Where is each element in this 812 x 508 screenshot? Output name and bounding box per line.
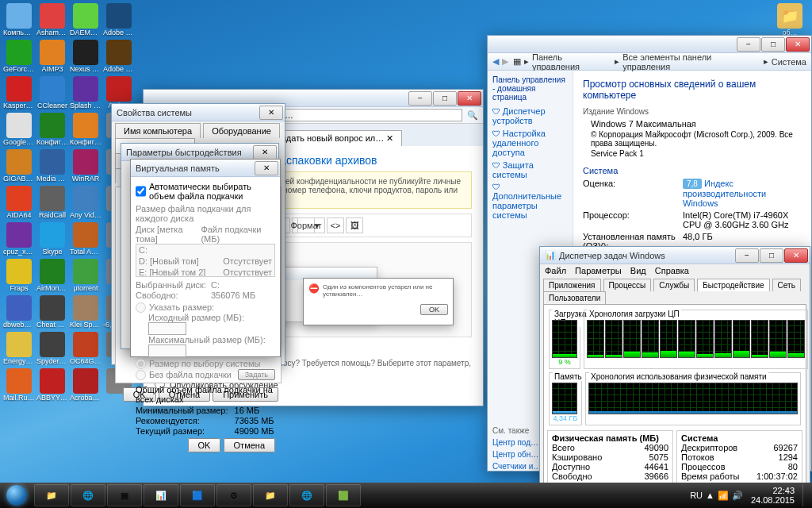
image-icon[interactable]: 🖼 bbox=[346, 217, 363, 233]
maximize-button[interactable]: □ bbox=[433, 91, 457, 106]
taskbar-app[interactable]: 📊 bbox=[144, 484, 178, 506]
desktop-icon[interactable]: AIDA64 bbox=[3, 186, 35, 219]
ok-button[interactable]: OK bbox=[188, 438, 221, 452]
taskbar: 📁 🌐 ▦ 📊 🟦 ⚙ 📁 🌐 🟩 RU ▲ 📶 🔊 22:4324.08.20… bbox=[0, 483, 812, 508]
html-icon[interactable]: <> bbox=[327, 217, 344, 233]
desktop-icon[interactable]: Spyder4 5pr 4.5.4 bbox=[36, 332, 68, 365]
close-button[interactable]: ✕ bbox=[784, 248, 808, 263]
desktop-icon[interactable]: Fraps bbox=[3, 259, 35, 292]
tab-svc[interactable]: Службы bbox=[653, 279, 695, 291]
side-devmgr[interactable]: 🛡 Диспетчер устройств bbox=[492, 106, 568, 125]
desktop-icon[interactable]: Конфигур… Razer Mam… bbox=[36, 113, 68, 146]
tab-users[interactable]: Пользователи bbox=[543, 291, 606, 304]
tray-lang-icon[interactable]: RU bbox=[690, 491, 703, 500]
desktop-icon[interactable]: Компьютер bbox=[3, 3, 35, 37]
tab-perf[interactable]: Быстродействие bbox=[697, 279, 769, 291]
maximize-button[interactable]: □ bbox=[761, 37, 785, 52]
tray-arrow-icon[interactable]: ▲ bbox=[706, 491, 714, 500]
desktop-icon[interactable]: Media Player Classic (x64) bbox=[36, 149, 68, 183]
desktop-icon[interactable]: cpuz_x64_ru bbox=[3, 222, 35, 256]
desktop-icon[interactable]: GeForce Experience bbox=[3, 40, 35, 73]
desktop-icon[interactable]: Mail.Ru Агент bbox=[3, 368, 35, 402]
side-protect[interactable]: 🛡 Защита системы bbox=[492, 160, 568, 179]
taskbar-app[interactable]: ⚙ bbox=[216, 484, 251, 506]
tab-net[interactable]: Сеть bbox=[772, 279, 801, 291]
taskbar-explorer[interactable]: 📁 bbox=[34, 484, 69, 506]
desktop-icon[interactable]: Ashampoo Burning… bbox=[36, 3, 68, 37]
taskbar-app[interactable]: 📁 bbox=[253, 484, 288, 506]
tray-net-icon[interactable]: 📶 bbox=[718, 491, 729, 501]
tab-hardware[interactable]: Оборудование bbox=[203, 123, 280, 138]
desktop-icon[interactable]: ABBYY FineRead… bbox=[36, 368, 68, 402]
minimize-button[interactable]: − bbox=[408, 91, 432, 106]
close-button[interactable]: ✕ bbox=[786, 37, 810, 52]
desktop-icon[interactable]: WinRAR bbox=[70, 149, 102, 183]
tab-apps[interactable]: Приложения bbox=[543, 279, 601, 291]
cpu-core-graph bbox=[787, 320, 805, 358]
desktop-icon[interactable]: AirMoney PRO v7.43 bbox=[36, 259, 68, 292]
taskbar-app[interactable]: 🌐 bbox=[289, 484, 324, 506]
desktop-icon[interactable]: μtorrent bbox=[70, 259, 102, 292]
error-icon: ⛔ bbox=[308, 283, 320, 298]
desktop-icon[interactable]: Adobe Illustrator… bbox=[103, 40, 135, 73]
breadcrumb[interactable]: ▦ ▸ Панель управления ▸ Все элементы пан… bbox=[513, 52, 806, 71]
drives-list[interactable]: C: D: [Новый том]Отсутствует E: [Новый т… bbox=[136, 244, 275, 277]
format-dropdown[interactable]: Формат ▾ bbox=[292, 217, 325, 233]
desktop-icon[interactable]: Energy Controller 2 bbox=[3, 332, 35, 365]
desktop-icon[interactable]: Google Chrome bbox=[3, 113, 35, 146]
desktop-folder[interactable]: 📁об… bbox=[774, 3, 806, 37]
desktop-icon[interactable]: Acrobat Reader DC bbox=[70, 368, 102, 402]
close-button[interactable]: ✕ bbox=[255, 161, 278, 175]
start-button[interactable] bbox=[0, 483, 33, 508]
desktop-icon[interactable]: Adobe Photosho… bbox=[103, 3, 135, 37]
desktop-icon[interactable]: CCleaner bbox=[36, 76, 68, 110]
desktop-icon[interactable]: Kaspersky Internet… bbox=[3, 76, 35, 110]
tab-name[interactable]: Имя компьютера bbox=[115, 123, 201, 138]
desktop-icon[interactable]: DAEMON Tools bbox=[70, 3, 102, 37]
desktop-icon[interactable]: Cheat Engine bbox=[36, 295, 68, 329]
search-icon[interactable]: 🔍 bbox=[467, 110, 478, 121]
taskbar-app[interactable]: 🟩 bbox=[326, 484, 361, 506]
desktop-icon[interactable]: Any Video Convert… bbox=[70, 186, 102, 219]
max-size-input bbox=[148, 344, 186, 357]
taskbar-app[interactable]: ▦ bbox=[107, 484, 142, 506]
close-button[interactable]: ✕ bbox=[253, 145, 277, 160]
desktop-icon[interactable]: OC64GA Gamingker… bbox=[70, 332, 102, 365]
taskbar-app[interactable]: 🟦 bbox=[180, 484, 215, 506]
desktop-icon[interactable]: RaidCall bbox=[36, 186, 68, 219]
taskbar-ie[interactable]: 🌐 bbox=[71, 484, 105, 506]
desktop-icon[interactable]: Total Audio Converter bbox=[70, 222, 102, 256]
system-tray[interactable]: RU ▲ 📶 🔊 22:4324.08.2015 bbox=[687, 484, 812, 506]
cpu-core-graph bbox=[751, 320, 768, 358]
menu-help[interactable]: Справка bbox=[655, 266, 689, 275]
menu-view[interactable]: Вид bbox=[630, 266, 646, 275]
cancel-button[interactable]: Отмена bbox=[224, 438, 275, 452]
close-button[interactable]: ✕ bbox=[259, 106, 283, 120]
desktop-icon[interactable]: Конфигур… bbox=[70, 113, 102, 146]
desktop-icon[interactable]: dbwebsetup bbox=[3, 295, 35, 329]
side-advanced[interactable]: 🛡 Дополнительные параметры системы bbox=[492, 183, 568, 220]
tab-proc[interactable]: Процессы bbox=[603, 279, 652, 291]
maximize-button[interactable]: □ bbox=[760, 248, 783, 263]
show-desktop-button[interactable] bbox=[802, 484, 809, 506]
tray-vol-icon[interactable]: 🔊 bbox=[732, 491, 743, 501]
desktop-icon[interactable]: Skype bbox=[36, 222, 68, 256]
desktop-icon[interactable]: Splash PRO EX bbox=[70, 76, 102, 110]
error-ok-button[interactable]: OK bbox=[420, 304, 448, 315]
back-icon[interactable]: ◀ bbox=[492, 56, 499, 67]
desktop-icon[interactable]: GIGABYTE OC_GURU bbox=[3, 149, 35, 183]
menu-options[interactable]: Параметры bbox=[575, 266, 622, 275]
page-title: Просмотр основных сведений о вашем компь… bbox=[583, 79, 802, 101]
minimize-button[interactable]: − bbox=[735, 248, 759, 263]
side-remote[interactable]: 🛡 Настройка удаленного доступа bbox=[492, 129, 568, 157]
minimize-button[interactable]: − bbox=[737, 37, 760, 52]
clock[interactable]: 22:4324.08.2015 bbox=[746, 486, 799, 505]
close-button[interactable]: ✕ bbox=[458, 91, 481, 106]
auto-pagefile-checkbox[interactable] bbox=[136, 182, 146, 201]
error-dialog: ⛔Один из компонентов устарел или не уста… bbox=[303, 278, 454, 325]
desktop-icon[interactable]: Nexus Ultimate bbox=[70, 40, 102, 73]
menu-file[interactable]: Файл bbox=[545, 266, 566, 275]
desktop-icon[interactable]: AIMP3 bbox=[36, 40, 68, 73]
desktop-icon[interactable]: Klei Spooketship… bbox=[70, 295, 102, 329]
forward-icon[interactable]: ▶ bbox=[502, 56, 508, 67]
